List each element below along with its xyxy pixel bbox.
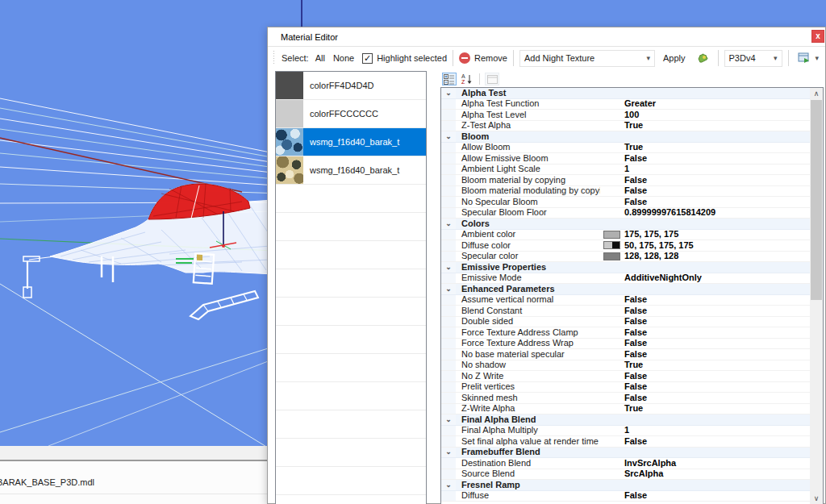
category-row[interactable]: ⌄Emissive Properties: [441, 262, 810, 273]
property-row[interactable]: Allow Emissive BloomFalse: [441, 153, 810, 165]
property-row[interactable]: Allow BloomTrue: [441, 143, 810, 154]
property-value[interactable]: True: [600, 360, 810, 370]
collapse-chevron-icon[interactable]: ⌄: [441, 284, 456, 294]
material-item[interactable]: wsmg_f16d40_barak_t: [276, 156, 426, 185]
property-row[interactable]: Destination BlendInvSrcAlpha: [441, 458, 810, 469]
material-item[interactable]: colorFF4D4D4D: [276, 72, 426, 100]
property-value[interactable]: 175, 175, 175: [600, 229, 810, 240]
property-row[interactable]: DiffuseFalse: [441, 491, 810, 502]
collapse-chevron-icon[interactable]: ⌄: [441, 131, 456, 142]
alphabetical-sort-icon[interactable]: A Z: [460, 73, 474, 85]
property-row[interactable]: Specular Bloom Floor0.89999997615814209: [441, 208, 810, 219]
dialog-titlebar[interactable]: Material Editor x: [268, 27, 825, 47]
property-value[interactable]: 50, 175, 175, 175: [600, 240, 810, 251]
scroll-up-icon[interactable]: ∧: [810, 88, 823, 100]
category-row[interactable]: ⌄Fresnel Ramp: [441, 480, 810, 491]
property-value[interactable]: False: [600, 153, 810, 164]
property-value[interactable]: False: [600, 197, 810, 207]
category-row[interactable]: ⌄Bloom: [441, 131, 810, 143]
property-row[interactable]: Force Texture Address WrapFalse: [441, 339, 810, 350]
property-value[interactable]: 1: [600, 425, 810, 435]
property-value[interactable]: False: [600, 490, 810, 501]
scrollbar-thumb[interactable]: [811, 100, 822, 300]
collapse-chevron-icon[interactable]: ⌄: [441, 448, 456, 458]
property-row[interactable]: Z-Test AlphaTrue: [441, 121, 810, 132]
property-value[interactable]: False: [600, 185, 810, 196]
property-row[interactable]: Double sidedFalse: [441, 317, 810, 328]
category-row[interactable]: ⌄Enhanced Parameters: [441, 284, 810, 295]
toolbar-grip-icon[interactable]: [273, 51, 275, 65]
property-value[interactable]: False: [600, 349, 810, 360]
property-value[interactable]: AdditiveNightOnly: [600, 273, 810, 283]
property-row[interactable]: Blend ConstantFalse: [441, 306, 810, 317]
property-value[interactable]: False: [600, 381, 810, 392]
property-value[interactable]: False: [600, 306, 810, 316]
apply-brush-icon[interactable]: [697, 52, 709, 64]
property-row[interactable]: Emissive ModeAdditiveNightOnly: [441, 273, 810, 285]
collapse-chevron-icon[interactable]: ⌄: [441, 414, 456, 425]
property-value[interactable]: InvSrcAlpha: [600, 458, 810, 469]
property-row[interactable]: Force Texture Address ClampFalse: [441, 327, 810, 339]
property-row[interactable]: Diffuse color50, 175, 175, 175: [441, 240, 810, 252]
property-row[interactable]: Bloom material by copyingFalse: [441, 175, 810, 186]
property-row[interactable]: Final Alpha Multiply1: [441, 426, 810, 437]
category-row[interactable]: ⌄Final Alpha Blend: [441, 414, 810, 426]
property-value[interactable]: True: [600, 120, 810, 131]
night-texture-combobox[interactable]: Add Night Texture ▾: [519, 50, 655, 67]
property-value[interactable]: False: [600, 338, 810, 348]
category-row[interactable]: ⌄Framebuffer Blend: [441, 448, 810, 459]
property-row[interactable]: Source BlendSrcAlpha: [441, 469, 810, 481]
sdk-version-combobox[interactable]: P3Dv4 ▾: [724, 50, 782, 67]
property-value[interactable]: 128, 128, 128: [600, 251, 810, 261]
highlight-selected-label[interactable]: Highlight selected: [377, 53, 447, 63]
scroll-down-icon[interactable]: ∨: [810, 493, 823, 504]
property-value[interactable]: False: [600, 327, 810, 338]
property-value[interactable]: False: [600, 175, 810, 185]
material-item[interactable]: wsmg_f16d40_barak_t: [276, 128, 426, 156]
property-row[interactable]: Set final alpha value at render timeFals…: [441, 436, 810, 448]
categorized-view-icon[interactable]: [442, 73, 457, 85]
property-row[interactable]: Ambient color175, 175, 175: [441, 230, 810, 241]
category-row[interactable]: ⌄Colors: [441, 219, 810, 230]
property-value[interactable]: SrcAlpha: [600, 469, 810, 479]
property-row[interactable]: No base material specularFalse: [441, 349, 810, 360]
property-row[interactable]: Ambient Light Scale1: [441, 165, 810, 176]
property-value[interactable]: False: [600, 316, 810, 327]
select-all-button[interactable]: All: [315, 53, 325, 63]
remove-button[interactable]: Remove: [474, 53, 507, 63]
property-value[interactable]: 1: [600, 164, 810, 174]
apply-button[interactable]: Apply: [663, 53, 686, 63]
property-value[interactable]: True: [600, 142, 810, 152]
property-value[interactable]: Greater: [600, 98, 810, 109]
model-file-name[interactable]: BARAK_BASE_P3D.mdl: [0, 477, 94, 487]
export-icon[interactable]: [798, 52, 811, 64]
collapse-chevron-icon[interactable]: ⌄: [441, 219, 456, 229]
property-row[interactable]: Assume vertical normalFalse: [441, 295, 810, 306]
property-value[interactable]: False: [600, 371, 810, 381]
property-row[interactable]: Bloom material modulating by copyingFals…: [441, 186, 810, 198]
property-row[interactable]: Prelit verticesFalse: [441, 382, 810, 394]
chevron-down-icon[interactable]: ▾: [816, 54, 820, 62]
collapse-chevron-icon[interactable]: ⌄: [441, 480, 456, 490]
vertical-scrollbar[interactable]: ∧ ∨: [810, 88, 823, 504]
property-value[interactable]: False: [600, 393, 810, 403]
property-value[interactable]: False: [600, 294, 810, 305]
collapse-chevron-icon[interactable]: ⌄: [441, 88, 456, 98]
property-row[interactable]: No Specular BloomFalse: [441, 197, 810, 208]
collapse-chevron-icon[interactable]: ⌄: [441, 262, 456, 273]
property-value[interactable]: 100: [600, 110, 810, 120]
material-item[interactable]: colorFFCCCCCC: [276, 100, 426, 128]
highlight-selected-checkbox[interactable]: ✓: [362, 53, 373, 64]
property-row[interactable]: Alpha Test FunctionGreater: [441, 99, 810, 110]
property-row[interactable]: Alpha Test Level100: [441, 110, 810, 121]
close-button[interactable]: x: [811, 30, 824, 43]
property-row[interactable]: No Z WriteFalse: [441, 371, 810, 382]
property-value[interactable]: False: [600, 436, 810, 447]
property-value[interactable]: True: [600, 403, 810, 414]
property-row[interactable]: Specular color128, 128, 128: [441, 252, 810, 263]
property-row[interactable]: Skinned meshFalse: [441, 393, 810, 404]
category-row[interactable]: ⌄Alpha Test: [441, 88, 810, 99]
select-none-button[interactable]: None: [333, 53, 354, 63]
property-row[interactable]: No shadowTrue: [441, 360, 810, 372]
property-row[interactable]: Z-Write AlphaTrue: [441, 404, 810, 415]
